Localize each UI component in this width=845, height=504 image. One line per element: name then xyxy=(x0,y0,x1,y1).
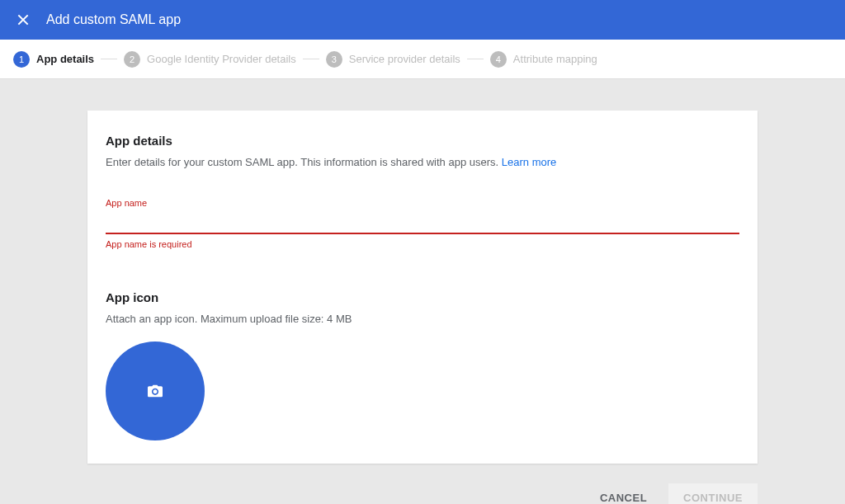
cancel-button[interactable]: Cancel xyxy=(585,483,662,504)
page-title: Add custom SAML app xyxy=(46,12,181,27)
content-area: App details Enter details for your custo… xyxy=(0,79,845,504)
step-attribute-mapping[interactable]: 4 Attribute mapping xyxy=(490,51,597,68)
step-number: 2 xyxy=(124,51,140,68)
camera-icon xyxy=(147,384,163,398)
stepper: 1 App details 2 Google Identity Provider… xyxy=(0,40,845,79)
app-details-desc: Enter details for your custom SAML app. … xyxy=(106,156,739,168)
step-number: 3 xyxy=(326,51,342,68)
app-icon-upload-button[interactable] xyxy=(106,341,205,440)
app-name-field: App name App name is required xyxy=(106,198,739,249)
app-icon-desc: Attach an app icon. Maximum upload file … xyxy=(106,313,739,325)
step-sp-details[interactable]: 3 Service provider details xyxy=(326,51,460,68)
step-connector xyxy=(101,59,117,59)
step-label: Attribute mapping xyxy=(513,53,597,65)
desc-text: Enter details for your custom SAML app. … xyxy=(106,156,502,168)
action-bar: Cancel Continue xyxy=(87,464,758,504)
app-name-error: App name is required xyxy=(106,239,739,249)
app-name-input[interactable] xyxy=(106,211,739,234)
page-header: Add custom SAML app xyxy=(0,0,845,40)
step-idp-details[interactable]: 2 Google Identity Provider details xyxy=(124,51,296,68)
app-icon-section: App icon Attach an app icon. Maximum upl… xyxy=(106,290,739,440)
close-icon[interactable] xyxy=(17,13,30,26)
learn-more-link[interactable]: Learn more xyxy=(502,156,556,168)
app-name-label: App name xyxy=(106,198,739,208)
app-icon-title: App icon xyxy=(106,290,739,304)
step-number: 1 xyxy=(13,51,30,68)
app-details-title: App details xyxy=(106,134,739,148)
step-label: App details xyxy=(36,53,94,65)
continue-button[interactable]: Continue xyxy=(668,483,758,504)
step-connector xyxy=(467,59,484,59)
step-connector xyxy=(303,59,319,59)
step-number: 4 xyxy=(490,51,507,68)
step-app-details[interactable]: 1 App details xyxy=(13,51,94,68)
step-label: Service provider details xyxy=(349,53,460,65)
step-label: Google Identity Provider details xyxy=(147,53,296,65)
form-card: App details Enter details for your custo… xyxy=(87,111,758,464)
